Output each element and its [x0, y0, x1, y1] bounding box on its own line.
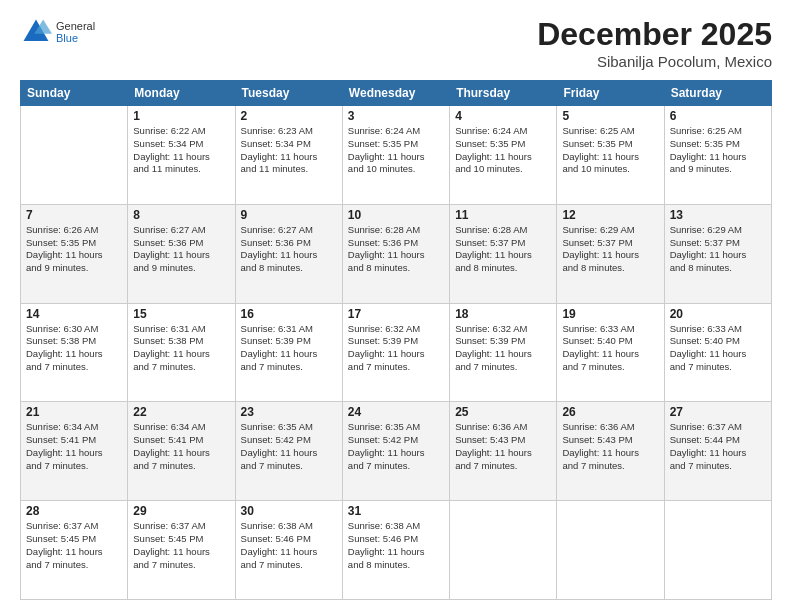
table-row: 31Sunrise: 6:38 AM Sunset: 5:46 PM Dayli… — [342, 501, 449, 600]
cell-info: Sunrise: 6:25 AM Sunset: 5:35 PM Dayligh… — [562, 125, 658, 176]
table-row: 22Sunrise: 6:34 AM Sunset: 5:41 PM Dayli… — [128, 402, 235, 501]
cell-day-number: 28 — [26, 504, 122, 518]
day-header-sunday: Sunday — [21, 81, 128, 106]
table-row: 8Sunrise: 6:27 AM Sunset: 5:36 PM Daylig… — [128, 204, 235, 303]
cell-day-number: 24 — [348, 405, 444, 419]
cell-day-number: 5 — [562, 109, 658, 123]
table-row: 20Sunrise: 6:33 AM Sunset: 5:40 PM Dayli… — [664, 303, 771, 402]
cell-info: Sunrise: 6:31 AM Sunset: 5:38 PM Dayligh… — [133, 323, 229, 374]
table-row: 17Sunrise: 6:32 AM Sunset: 5:39 PM Dayli… — [342, 303, 449, 402]
table-row: 12Sunrise: 6:29 AM Sunset: 5:37 PM Dayli… — [557, 204, 664, 303]
cell-day-number: 27 — [670, 405, 766, 419]
cell-day-number: 7 — [26, 208, 122, 222]
table-row: 24Sunrise: 6:35 AM Sunset: 5:42 PM Dayli… — [342, 402, 449, 501]
cell-day-number: 1 — [133, 109, 229, 123]
table-row: 29Sunrise: 6:37 AM Sunset: 5:45 PM Dayli… — [128, 501, 235, 600]
cell-info: Sunrise: 6:33 AM Sunset: 5:40 PM Dayligh… — [670, 323, 766, 374]
calendar-week-row: 14Sunrise: 6:30 AM Sunset: 5:38 PM Dayli… — [21, 303, 772, 402]
table-row — [450, 501, 557, 600]
cell-day-number: 23 — [241, 405, 337, 419]
cell-info: Sunrise: 6:34 AM Sunset: 5:41 PM Dayligh… — [26, 421, 122, 472]
table-row: 15Sunrise: 6:31 AM Sunset: 5:38 PM Dayli… — [128, 303, 235, 402]
cell-info: Sunrise: 6:25 AM Sunset: 5:35 PM Dayligh… — [670, 125, 766, 176]
day-header-friday: Friday — [557, 81, 664, 106]
table-row: 9Sunrise: 6:27 AM Sunset: 5:36 PM Daylig… — [235, 204, 342, 303]
table-row: 4Sunrise: 6:24 AM Sunset: 5:35 PM Daylig… — [450, 106, 557, 205]
cell-info: Sunrise: 6:35 AM Sunset: 5:42 PM Dayligh… — [348, 421, 444, 472]
cell-day-number: 31 — [348, 504, 444, 518]
table-row: 19Sunrise: 6:33 AM Sunset: 5:40 PM Dayli… — [557, 303, 664, 402]
cell-info: Sunrise: 6:32 AM Sunset: 5:39 PM Dayligh… — [455, 323, 551, 374]
table-row: 3Sunrise: 6:24 AM Sunset: 5:35 PM Daylig… — [342, 106, 449, 205]
table-row: 23Sunrise: 6:35 AM Sunset: 5:42 PM Dayli… — [235, 402, 342, 501]
cell-info: Sunrise: 6:22 AM Sunset: 5:34 PM Dayligh… — [133, 125, 229, 176]
logo-general: General — [56, 20, 95, 32]
cell-info: Sunrise: 6:30 AM Sunset: 5:38 PM Dayligh… — [26, 323, 122, 374]
logo-area: General Blue — [20, 16, 95, 48]
cell-info: Sunrise: 6:36 AM Sunset: 5:43 PM Dayligh… — [562, 421, 658, 472]
cell-day-number: 16 — [241, 307, 337, 321]
table-row: 2Sunrise: 6:23 AM Sunset: 5:34 PM Daylig… — [235, 106, 342, 205]
table-row: 26Sunrise: 6:36 AM Sunset: 5:43 PM Dayli… — [557, 402, 664, 501]
cell-day-number: 4 — [455, 109, 551, 123]
table-row: 6Sunrise: 6:25 AM Sunset: 5:35 PM Daylig… — [664, 106, 771, 205]
cell-day-number: 18 — [455, 307, 551, 321]
calendar-week-row: 1Sunrise: 6:22 AM Sunset: 5:34 PM Daylig… — [21, 106, 772, 205]
cell-info: Sunrise: 6:36 AM Sunset: 5:43 PM Dayligh… — [455, 421, 551, 472]
logo-blue: Blue — [56, 32, 78, 44]
cell-info: Sunrise: 6:28 AM Sunset: 5:37 PM Dayligh… — [455, 224, 551, 275]
cell-info: Sunrise: 6:29 AM Sunset: 5:37 PM Dayligh… — [562, 224, 658, 275]
table-row: 21Sunrise: 6:34 AM Sunset: 5:41 PM Dayli… — [21, 402, 128, 501]
table-row: 30Sunrise: 6:38 AM Sunset: 5:46 PM Dayli… — [235, 501, 342, 600]
cell-info: Sunrise: 6:37 AM Sunset: 5:45 PM Dayligh… — [26, 520, 122, 571]
cell-day-number: 14 — [26, 307, 122, 321]
cell-info: Sunrise: 6:33 AM Sunset: 5:40 PM Dayligh… — [562, 323, 658, 374]
cell-day-number: 9 — [241, 208, 337, 222]
cell-day-number: 2 — [241, 109, 337, 123]
cell-info: Sunrise: 6:37 AM Sunset: 5:45 PM Dayligh… — [133, 520, 229, 571]
cell-day-number: 10 — [348, 208, 444, 222]
location-title: Sibanilja Pocolum, Mexico — [537, 53, 772, 70]
day-header-monday: Monday — [128, 81, 235, 106]
table-row: 14Sunrise: 6:30 AM Sunset: 5:38 PM Dayli… — [21, 303, 128, 402]
cell-info: Sunrise: 6:35 AM Sunset: 5:42 PM Dayligh… — [241, 421, 337, 472]
table-row — [664, 501, 771, 600]
cell-info: Sunrise: 6:27 AM Sunset: 5:36 PM Dayligh… — [133, 224, 229, 275]
cell-day-number: 8 — [133, 208, 229, 222]
cell-info: Sunrise: 6:24 AM Sunset: 5:35 PM Dayligh… — [455, 125, 551, 176]
day-header-wednesday: Wednesday — [342, 81, 449, 106]
table-row: 25Sunrise: 6:36 AM Sunset: 5:43 PM Dayli… — [450, 402, 557, 501]
cell-day-number: 26 — [562, 405, 658, 419]
calendar-week-row: 21Sunrise: 6:34 AM Sunset: 5:41 PM Dayli… — [21, 402, 772, 501]
cell-day-number: 17 — [348, 307, 444, 321]
cell-day-number: 15 — [133, 307, 229, 321]
logo-icon — [20, 16, 52, 48]
table-row — [21, 106, 128, 205]
cell-day-number: 22 — [133, 405, 229, 419]
month-title: December 2025 — [537, 16, 772, 53]
cell-info: Sunrise: 6:32 AM Sunset: 5:39 PM Dayligh… — [348, 323, 444, 374]
cell-info: Sunrise: 6:31 AM Sunset: 5:39 PM Dayligh… — [241, 323, 337, 374]
logo-text: General Blue — [56, 20, 95, 44]
cell-day-number: 3 — [348, 109, 444, 123]
cell-info: Sunrise: 6:38 AM Sunset: 5:46 PM Dayligh… — [241, 520, 337, 571]
page: General Blue December 2025 Sibanilja Poc… — [0, 0, 792, 612]
table-row: 7Sunrise: 6:26 AM Sunset: 5:35 PM Daylig… — [21, 204, 128, 303]
table-row: 1Sunrise: 6:22 AM Sunset: 5:34 PM Daylig… — [128, 106, 235, 205]
header: General Blue December 2025 Sibanilja Poc… — [20, 16, 772, 70]
table-row: 5Sunrise: 6:25 AM Sunset: 5:35 PM Daylig… — [557, 106, 664, 205]
cell-info: Sunrise: 6:26 AM Sunset: 5:35 PM Dayligh… — [26, 224, 122, 275]
day-header-tuesday: Tuesday — [235, 81, 342, 106]
cell-day-number: 19 — [562, 307, 658, 321]
calendar-week-row: 7Sunrise: 6:26 AM Sunset: 5:35 PM Daylig… — [21, 204, 772, 303]
table-row: 28Sunrise: 6:37 AM Sunset: 5:45 PM Dayli… — [21, 501, 128, 600]
day-header-thursday: Thursday — [450, 81, 557, 106]
cell-info: Sunrise: 6:24 AM Sunset: 5:35 PM Dayligh… — [348, 125, 444, 176]
cell-day-number: 30 — [241, 504, 337, 518]
cell-day-number: 6 — [670, 109, 766, 123]
table-row — [557, 501, 664, 600]
cell-day-number: 29 — [133, 504, 229, 518]
day-header-saturday: Saturday — [664, 81, 771, 106]
cell-day-number: 20 — [670, 307, 766, 321]
cell-info: Sunrise: 6:28 AM Sunset: 5:36 PM Dayligh… — [348, 224, 444, 275]
